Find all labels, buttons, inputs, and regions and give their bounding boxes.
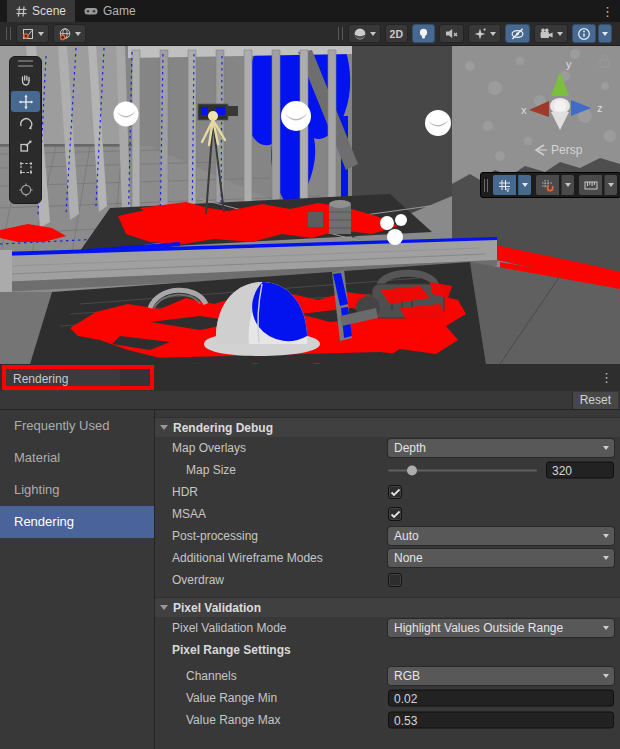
- row-value-range-min: Value Range Min 0.02: [155, 687, 620, 709]
- camera-settings-button[interactable]: [534, 24, 568, 43]
- field-label: Additional Wireframe Modes: [172, 551, 323, 565]
- post-processing-dropdown[interactable]: Auto: [388, 527, 614, 545]
- map-size-slider[interactable]: [388, 463, 537, 477]
- kebab-menu-icon: ⋮: [601, 4, 614, 19]
- map-size-field[interactable]: 320: [546, 462, 614, 479]
- row-additional-wireframe-modes: Additional Wireframe Modes None: [155, 547, 620, 569]
- hdr-checkbox[interactable]: [388, 485, 402, 499]
- toolbar-drag-handle[interactable]: [6, 27, 11, 40]
- slider-thumb[interactable]: [407, 465, 417, 475]
- snap-increment-button[interactable]: [579, 175, 602, 195]
- grid-snapping-dropdown[interactable]: [561, 175, 574, 195]
- 2d-toggle-button[interactable]: 2D: [385, 24, 408, 43]
- msaa-checkbox[interactable]: [388, 507, 402, 521]
- tool-handle-pivot-button[interactable]: [16, 24, 49, 43]
- field-label: Channels: [186, 669, 237, 683]
- section-header-pixel-validation[interactable]: Pixel Validation: [155, 597, 620, 617]
- foldout-triangle-icon: [160, 425, 168, 430]
- field-label: Pixel Validation Mode: [172, 621, 287, 635]
- scene-visibility-button[interactable]: [505, 24, 530, 43]
- dropdown-arrow-icon: [38, 32, 44, 36]
- row-map-overlays: Map Overlays Depth: [155, 437, 620, 459]
- globe-icon: [58, 27, 72, 41]
- snap-increment-dropdown[interactable]: [604, 175, 617, 195]
- debugger-panel: Frequently Used Material Lighting Render…: [0, 410, 620, 749]
- value-range-min-field[interactable]: 0.02: [388, 690, 614, 707]
- dropdown-arrow-icon: [565, 183, 571, 187]
- speaker-muted-icon: [444, 27, 459, 40]
- debugger-menu-button[interactable]: ⋮: [600, 364, 613, 391]
- transform-icon: [18, 182, 34, 198]
- row-overdraw: Overdraw: [155, 569, 620, 591]
- tool-handle-orientation-button[interactable]: [53, 24, 86, 43]
- lightbulb-icon: [417, 27, 430, 41]
- tab-scene[interactable]: Scene: [7, 0, 75, 22]
- shading-mode-button[interactable]: [348, 24, 381, 43]
- channels-dropdown[interactable]: RGB: [388, 667, 614, 685]
- dropdown-arrow-icon: [603, 446, 609, 450]
- sidebar-item-material[interactable]: Material: [0, 442, 154, 474]
- dropdown-value: None: [394, 551, 423, 565]
- debugger-sidebar: Frequently Used Material Lighting Render…: [0, 410, 155, 749]
- palette-drag-handle[interactable]: [18, 60, 33, 67]
- sidebar-item-lighting[interactable]: Lighting: [0, 474, 154, 506]
- field-label: MSAA: [172, 507, 206, 521]
- pivot-icon: [21, 27, 35, 41]
- field-label: HDR: [172, 485, 198, 499]
- dropdown-arrow-icon: [603, 556, 609, 560]
- window-menu-button[interactable]: ⋮: [601, 0, 614, 22]
- checkmark-icon: [390, 510, 401, 519]
- camera-icon: [539, 27, 554, 40]
- audio-mute-button[interactable]: [439, 24, 464, 43]
- kebab-menu-icon: ⋮: [600, 370, 613, 385]
- field-label: Value Range Min: [186, 691, 277, 705]
- rect-tool-button[interactable]: [11, 157, 40, 178]
- grid-visibility-button[interactable]: y: [493, 175, 516, 195]
- tab-game[interactable]: Game: [75, 0, 145, 22]
- section-header-rendering-debug[interactable]: Rendering Debug: [155, 417, 620, 437]
- rotate-tool-button[interactable]: [11, 113, 40, 134]
- overdraw-checkbox[interactable]: [388, 573, 402, 587]
- foldout-triangle-icon: [160, 605, 168, 610]
- scene-lighting-button[interactable]: [412, 24, 435, 43]
- tab-scene-label: Scene: [32, 4, 66, 18]
- axis-y-label: y: [566, 58, 572, 70]
- effects-star-icon: [473, 27, 487, 41]
- dropdown-arrow-icon: [602, 32, 608, 36]
- gridbar-drag-handle[interactable]: [484, 179, 488, 192]
- reset-button[interactable]: Reset: [572, 392, 618, 409]
- scene-viewport[interactable]: y x z Persp: [0, 46, 620, 364]
- row-map-size: Map Size 320: [155, 459, 620, 481]
- field-label: Map Overlays: [172, 441, 246, 455]
- gizmos-info-button[interactable]: [572, 24, 596, 43]
- axis-x-label: x: [521, 104, 527, 116]
- unity-editor-window: Scene Game ⋮ 2D: [0, 0, 620, 749]
- debugger-content: Rendering Debug Map Overlays Depth Map S…: [155, 410, 620, 749]
- field-label: Value Range Max: [186, 713, 281, 727]
- sidebar-item-rendering[interactable]: Rendering: [0, 506, 154, 538]
- toolbar-drag-handle[interactable]: [338, 27, 343, 40]
- wireframe-modes-dropdown[interactable]: None: [388, 549, 614, 567]
- gizmos-dropdown-button[interactable]: [598, 24, 612, 43]
- map-overlays-dropdown[interactable]: Depth: [388, 439, 614, 457]
- pixel-validation-mode-dropdown[interactable]: Highlight Values Outside Range: [388, 619, 614, 637]
- tab-rendering-debugger[interactable]: Rendering Debugger: [4, 367, 120, 391]
- grid-snapping-button[interactable]: [536, 175, 559, 195]
- value-range-max-field[interactable]: 0.53: [388, 712, 614, 729]
- move-tool-button[interactable]: [11, 91, 40, 112]
- scale-tool-button[interactable]: [11, 135, 40, 156]
- scene-render: y x z Persp: [0, 46, 620, 364]
- section-title: Pixel Validation: [173, 601, 261, 615]
- grid-visibility-dropdown[interactable]: [518, 175, 531, 195]
- ruler-icon: [584, 179, 598, 192]
- grid-snap-toolbar: y: [480, 172, 620, 198]
- row-pixel-range-settings: Pixel Range Settings: [155, 639, 620, 661]
- projection-toggle[interactable]: Persp: [536, 143, 583, 157]
- effects-button[interactable]: [468, 24, 501, 43]
- dropdown-arrow-icon: [603, 626, 609, 630]
- transform-tool-button[interactable]: [11, 179, 40, 200]
- tool-palette: [9, 56, 42, 204]
- row-value-range-max: Value Range Max 0.53: [155, 709, 620, 731]
- debugger-titlebar: Rendering Debugger ⋮: [0, 364, 620, 391]
- view-hand-tool-button[interactable]: [11, 69, 40, 90]
